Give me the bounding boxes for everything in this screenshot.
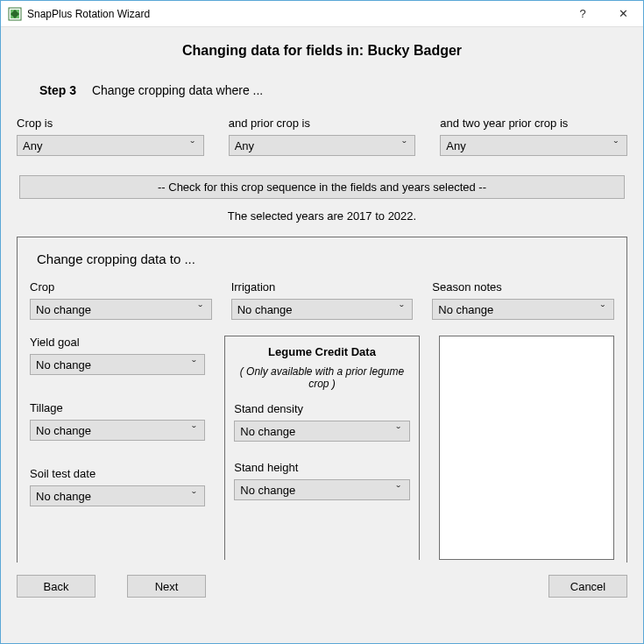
prior-crop-label: and prior crop is [229, 117, 416, 130]
step-line: Step 3 Change cropping data where ... [39, 83, 627, 97]
stand-height-label: Stand height [234, 461, 409, 474]
stand-height-select[interactable]: No change ˇ [234, 479, 409, 500]
step-description: Change cropping data where ... [92, 83, 263, 97]
prior-crop-value: Any [235, 139, 400, 152]
season-notes-label: Season notes [432, 280, 614, 294]
stand-density-select[interactable]: No change ˇ [234, 421, 409, 442]
stand-density-value: No change [240, 425, 393, 438]
selected-years-text: The selected years are 2017 to 2022. [17, 209, 627, 223]
season-notes-textarea[interactable] [439, 336, 614, 560]
chevron-down-icon: ˇ [399, 139, 409, 152]
change-lower-row: Yield goal No change ˇ Tillage No change… [30, 336, 614, 560]
yield-goal-value: No change [36, 358, 188, 372]
app-icon [8, 7, 22, 21]
back-button[interactable]: Back [17, 575, 96, 598]
irrigation-label: Irrigation [231, 280, 414, 294]
chevron-down-icon: ˇ [611, 139, 621, 152]
legume-subtitle: ( Only available with a prior legume cro… [234, 365, 409, 390]
chevron-down-icon: ˇ [393, 425, 404, 438]
window-controls: ? ✕ [563, 1, 643, 27]
chevron-down-icon: ˇ [396, 303, 407, 316]
crop-value: No change [36, 303, 195, 316]
next-button[interactable]: Next [127, 575, 206, 598]
cancel-button[interactable]: Cancel [548, 575, 627, 598]
soil-test-date-value: No change [36, 490, 188, 503]
stand-height-value: No change [240, 484, 393, 497]
change-panel: Change cropping data to ... Crop No chan… [17, 237, 627, 563]
chevron-down-icon: ˇ [188, 358, 199, 372]
left-column: Yield goal No change ˇ Tillage No change… [30, 336, 205, 533]
crop-is-value: Any [23, 139, 188, 152]
step-number: Step 3 [39, 83, 76, 97]
soil-test-date-label: Soil test date [30, 467, 205, 480]
irrigation-select[interactable]: No change ˇ [231, 299, 414, 320]
filter-row: Crop is Any ˇ and prior crop is Any ˇ an… [17, 117, 627, 156]
two-prior-crop-value: Any [446, 139, 611, 152]
two-prior-crop-select[interactable]: Any ˇ [440, 135, 627, 156]
content-area: Changing data for fields in: Bucky Badge… [1, 27, 643, 643]
notes-column [439, 336, 614, 560]
check-sequence-button[interactable]: -- Check for this crop sequence in the f… [19, 175, 625, 199]
stand-density-label: Stand density [234, 402, 409, 415]
crop-is-label: Crop is [17, 117, 204, 130]
footer-spacer [237, 575, 517, 598]
soil-test-date-select[interactable]: No change ˇ [30, 485, 205, 506]
yield-goal-select[interactable]: No change ˇ [30, 354, 205, 375]
season-notes-value: No change [438, 303, 598, 316]
crop-is-select[interactable]: Any ˇ [17, 135, 204, 156]
season-notes-select[interactable]: No change ˇ [432, 299, 614, 320]
chevron-down-icon: ˇ [188, 139, 198, 152]
footer-buttons: Back Next Cancel [17, 575, 627, 598]
legume-credit-panel: Legume Credit Data ( Only available with… [224, 336, 419, 560]
change-panel-title: Change cropping data to ... [37, 251, 614, 266]
app-window: SnapPlus Rotation Wizard ? ✕ Changing da… [0, 0, 644, 644]
chevron-down-icon: ˇ [188, 424, 199, 437]
change-top-row: Crop No change ˇ Irrigation No change ˇ … [30, 280, 614, 320]
legume-title: Legume Credit Data [234, 345, 409, 358]
window-title: SnapPlus Rotation Wizard [27, 8, 563, 20]
yield-goal-label: Yield goal [30, 336, 205, 349]
crop-select[interactable]: No change ˇ [30, 299, 212, 320]
tillage-label: Tillage [30, 401, 205, 414]
help-button[interactable]: ? [563, 1, 603, 27]
prior-crop-select[interactable]: Any ˇ [229, 135, 416, 156]
tillage-select[interactable]: No change ˇ [30, 420, 205, 441]
crop-label: Crop [30, 280, 212, 294]
two-prior-crop-label: and two year prior crop is [440, 117, 627, 130]
irrigation-value: No change [237, 303, 397, 316]
tillage-value: No change [36, 424, 188, 437]
page-title: Changing data for fields in: Bucky Badge… [17, 43, 627, 59]
chevron-down-icon: ˇ [195, 303, 206, 316]
chevron-down-icon: ˇ [188, 490, 199, 503]
close-button[interactable]: ✕ [603, 1, 643, 27]
titlebar: SnapPlus Rotation Wizard ? ✕ [1, 1, 643, 27]
chevron-down-icon: ˇ [598, 303, 608, 316]
chevron-down-icon: ˇ [393, 484, 404, 497]
